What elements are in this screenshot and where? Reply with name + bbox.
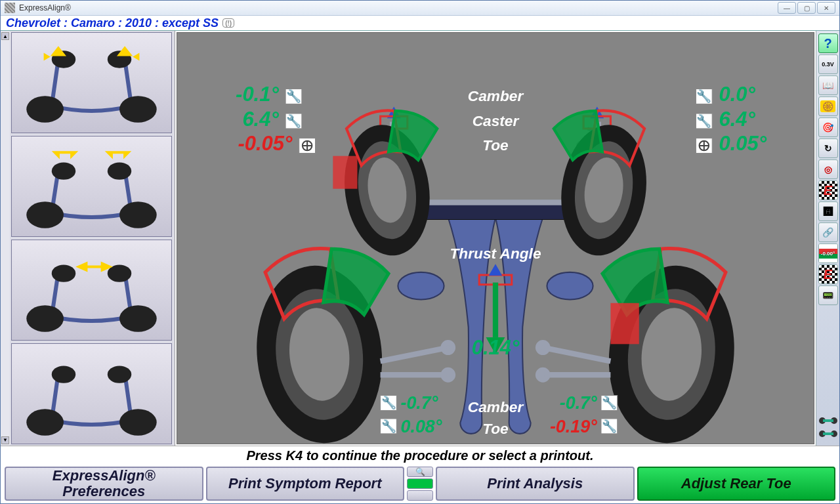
print-analysis-button[interactable]: Print Analysis [436, 467, 635, 501]
fl-toe-value: -0.05° [238, 132, 292, 155]
svg-point-10 [52, 264, 75, 282]
rr-camber-value: -0.7° [560, 393, 597, 413]
bottom-button-bar: ExpressAlign® Preferences Print Symptom … [1, 465, 839, 503]
thumb-scrollbar[interactable]: ▲ ▼ [1, 31, 10, 446]
front-axle-icon[interactable] [819, 415, 837, 426]
svg-rect-49 [493, 283, 498, 337]
svg-line-43 [543, 348, 610, 362]
svg-point-1 [119, 96, 157, 123]
svg-point-14 [52, 366, 75, 383]
svg-point-15 [108, 366, 131, 383]
tire-icon[interactable]: 🛞 [818, 96, 838, 116]
svg-point-46 [538, 370, 547, 380]
thumb-thrust-mode[interactable] [11, 240, 172, 341]
thumb-caster-mode[interactable] [11, 136, 172, 237]
target-icon[interactable]: ◎ [818, 159, 838, 179]
tolerance-stripe-icon[interactable]: -0.00° [818, 243, 838, 263]
mid-tool-3[interactable] [407, 490, 433, 501]
svg-rect-78 [823, 419, 833, 422]
print-symptom-button[interactable]: Print Symptom Report [206, 467, 405, 501]
fl-camber-value: -0.1° [236, 83, 279, 106]
fr-toe-value: 0.05° [719, 132, 767, 155]
svg-point-9 [119, 305, 157, 332]
svg-marker-50 [489, 264, 503, 276]
svg-text:🔧: 🔧 [602, 395, 618, 410]
thumb-toe-mode[interactable] [11, 32, 172, 133]
thrust-value: 0.14° [472, 336, 520, 359]
app-window: ExpressAlign® — ▢ ✕ Chevrolet : Camaro :… [0, 0, 840, 504]
thumbnail-panel: ▲ ▼ [1, 31, 175, 446]
help-icon[interactable]: ? [818, 33, 838, 53]
rear-axle-icon[interactable] [819, 429, 837, 439]
steering-lock-icon[interactable]: 🎯 [818, 117, 838, 137]
fl-caster-value: 6.4° [242, 108, 279, 131]
preferences-button[interactable]: ExpressAlign® Preferences [5, 467, 203, 501]
label-front-toe: Toe [482, 136, 509, 154]
svg-point-13 [119, 409, 157, 436]
fr-camber-value: 0.0° [719, 83, 756, 106]
svg-point-44 [538, 343, 547, 352]
adjust-rear-toe-button[interactable]: Adjust Rear Toe [637, 467, 836, 501]
rl-camber-value: -0.7° [401, 393, 438, 413]
svg-point-8 [26, 305, 64, 332]
svg-text:🔧: 🔧 [381, 419, 397, 434]
svg-text:🔧: 🔧 [381, 395, 397, 410]
label-thrust: Thrust Angle [450, 245, 541, 262]
refresh-icon[interactable]: ↻ [818, 138, 838, 158]
fr-caster-value: 6.4° [719, 108, 756, 131]
svg-rect-32 [333, 156, 357, 189]
app-title: ExpressAlign® [19, 3, 778, 12]
alignment-viewport: Camber Caster Toe Thrust Angle Camber To… [177, 32, 814, 444]
vehicle-identity: Chevrolet : Camaro : 2010 : except SS (!… [1, 16, 839, 31]
svg-rect-81 [823, 432, 833, 435]
svg-point-4 [26, 201, 64, 228]
voltage-icon[interactable]: 0.3V [818, 54, 838, 74]
label-rear-toe: Toe [482, 420, 509, 437]
close-button[interactable]: ✕ [817, 2, 835, 14]
work-area: ▲ ▼ [1, 31, 839, 446]
data-link-icon[interactable]: 🔗 [818, 222, 838, 242]
scroll-up-icon[interactable]: ▲ [1, 32, 9, 40]
svg-text:🔧: 🔧 [696, 114, 712, 129]
right-toolbar: ? 0.3V 📖 🛞 🎯 ↻ ◎ E 🅰 🔗 -0.00° E 📟 [816, 31, 839, 446]
label-front-camber: Camber [468, 87, 524, 104]
thumb-overview-mode[interactable] [11, 343, 172, 444]
svg-point-42 [444, 370, 453, 380]
express-e2-icon[interactable]: E [818, 264, 838, 284]
svg-point-0 [26, 96, 64, 123]
tpms-icon: (!) [222, 18, 234, 28]
svg-text:🔧: 🔧 [696, 89, 712, 104]
svg-text:🔧: 🔧 [602, 419, 618, 434]
svg-line-39 [381, 348, 448, 362]
mid-tool-column: 🔍 [407, 467, 433, 501]
svg-text:🔧: 🔧 [286, 114, 302, 129]
scroll-down-icon[interactable]: ▼ [1, 436, 9, 444]
rl-toe-value: 0.08° [401, 417, 442, 436]
app-icon [5, 3, 15, 13]
express-e-icon[interactable]: E [818, 180, 838, 200]
pager-icon[interactable]: 📟 [818, 285, 838, 305]
titlebar: ExpressAlign® — ▢ ✕ [1, 1, 839, 16]
zoom-search-icon[interactable]: 🔍 [407, 467, 433, 477]
mid-green-indicator[interactable] [407, 478, 433, 489]
caster-sweep-icon[interactable]: 🅰 [818, 201, 838, 221]
svg-point-12 [26, 409, 64, 436]
label-front-caster: Caster [472, 112, 520, 129]
vehicle-label: Chevrolet : Camaro : 2010 : except SS [6, 16, 219, 30]
rr-toe-value: -0.19° [550, 417, 597, 436]
maximize-button[interactable]: ▢ [797, 2, 816, 14]
svg-point-17 [547, 272, 593, 300]
svg-point-6 [52, 162, 75, 179]
svg-point-16 [398, 272, 444, 300]
book-icon[interactable]: 📖 [818, 75, 838, 95]
svg-point-7 [108, 162, 131, 179]
svg-point-40 [444, 343, 453, 352]
svg-rect-47 [610, 303, 639, 345]
svg-point-5 [119, 201, 157, 228]
minimize-button[interactable]: — [778, 2, 796, 14]
svg-text:🔧: 🔧 [286, 89, 302, 104]
label-rear-camber: Camber [468, 398, 524, 415]
status-line: Press K4 to continue the procedure or se… [1, 446, 839, 465]
